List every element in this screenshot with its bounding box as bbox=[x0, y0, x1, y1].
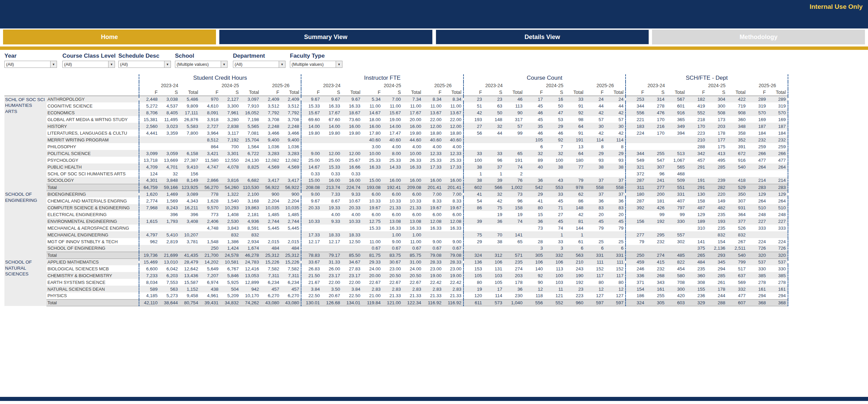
value-cell[interactable]: 6,682 bbox=[240, 177, 261, 184]
value-cell[interactable]: 342 bbox=[687, 150, 707, 157]
value-cell[interactable]: 551 bbox=[666, 184, 687, 191]
value-cell[interactable]: 57 bbox=[504, 123, 524, 130]
value-cell[interactable]: 210 bbox=[565, 258, 585, 265]
value-cell[interactable]: 148 bbox=[565, 204, 585, 211]
value-cell[interactable]: 1,540 bbox=[220, 197, 240, 204]
value-cell[interactable]: 4.00 bbox=[423, 143, 443, 150]
value-cell[interactable]: 64 bbox=[565, 150, 585, 157]
value-cell[interactable]: 319 bbox=[747, 102, 768, 109]
value-cell[interactable]: 601 bbox=[666, 102, 687, 109]
value-cell[interactable]: 319 bbox=[768, 102, 788, 109]
value-cell[interactable]: 192 bbox=[646, 218, 666, 225]
value-cell[interactable]: 81.75 bbox=[362, 252, 382, 258]
value-cell[interactable]: 708 bbox=[666, 279, 687, 286]
value-cell[interactable] bbox=[159, 225, 180, 231]
value-cell[interactable]: 158 bbox=[504, 204, 524, 211]
value-cell[interactable]: 495 bbox=[707, 157, 727, 163]
value-cell[interactable]: 3,466 bbox=[261, 130, 281, 136]
value-cell[interactable]: 375 bbox=[687, 245, 707, 252]
value-cell[interactable]: 15.67 bbox=[301, 109, 321, 116]
value-cell[interactable] bbox=[605, 231, 626, 238]
value-cell[interactable]: 6 bbox=[524, 143, 545, 150]
value-cell[interactable] bbox=[180, 136, 200, 143]
value-cell[interactable]: 5,273 bbox=[159, 292, 180, 299]
value-cell[interactable] bbox=[301, 225, 321, 231]
value-cell[interactable]: 28.33 bbox=[423, 258, 443, 265]
value-cell[interactable]: 39,431 bbox=[200, 299, 220, 306]
value-cell[interactable]: 719 bbox=[727, 102, 747, 109]
value-cell[interactable]: 131 bbox=[484, 265, 504, 272]
chevron-down-icon[interactable]: ▼ bbox=[336, 61, 342, 68]
value-cell[interactable]: 13.08 bbox=[402, 218, 423, 225]
value-cell[interactable]: 3,099 bbox=[139, 150, 159, 157]
value-cell[interactable]: 64,759 bbox=[139, 184, 159, 191]
value-cell[interactable]: 7,553 bbox=[159, 279, 180, 286]
value-cell[interactable]: 726 bbox=[747, 245, 768, 252]
value-cell[interactable]: 45 bbox=[524, 102, 545, 109]
value-cell[interactable]: 510 bbox=[768, 204, 788, 211]
value-cell[interactable]: 942 bbox=[240, 286, 261, 292]
value-cell[interactable]: 29 bbox=[463, 238, 484, 245]
chevron-down-icon[interactable]: ▼ bbox=[50, 61, 57, 68]
value-cell[interactable]: 364 bbox=[727, 211, 747, 218]
value-cell[interactable] bbox=[301, 211, 321, 218]
value-cell[interactable] bbox=[585, 170, 606, 177]
value-cell[interactable]: 22.50 bbox=[342, 292, 362, 299]
value-cell[interactable]: 350 bbox=[727, 191, 747, 197]
value-cell[interactable]: 17.33 bbox=[423, 163, 443, 170]
value-cell[interactable]: 9.00 bbox=[443, 238, 463, 245]
value-cell[interactable]: 10,035 bbox=[261, 204, 281, 211]
value-cell[interactable]: 77 bbox=[565, 163, 585, 170]
value-cell[interactable]: 2.83 bbox=[362, 286, 382, 292]
value-cell[interactable]: 26.33 bbox=[402, 157, 423, 163]
value-cell[interactable]: 12.33 bbox=[443, 150, 463, 157]
value-cell[interactable]: 797 bbox=[666, 204, 687, 211]
value-cell[interactable]: 13 bbox=[565, 143, 585, 150]
value-cell[interactable]: 45 bbox=[524, 116, 545, 123]
value-cell[interactable]: 6,270 bbox=[261, 292, 281, 299]
chevron-down-icon[interactable]: ▼ bbox=[108, 61, 115, 68]
value-cell[interactable]: 566 bbox=[484, 184, 504, 191]
value-cell[interactable]: 12,550 bbox=[220, 157, 240, 163]
value-cell[interactable]: 6,234 bbox=[261, 279, 281, 286]
value-cell[interactable]: 4,797 bbox=[139, 231, 159, 238]
value-cell[interactable]: 264 bbox=[747, 163, 768, 170]
value-cell[interactable]: 4,185 bbox=[139, 292, 159, 299]
value-cell[interactable]: 2.83 bbox=[443, 286, 463, 292]
value-cell[interactable]: 304 bbox=[707, 96, 727, 102]
value-cell[interactable]: 16.00 bbox=[362, 123, 382, 130]
value-cell[interactable]: 970 bbox=[200, 96, 220, 102]
value-cell[interactable]: 32 bbox=[159, 170, 180, 177]
value-cell[interactable]: 358 bbox=[727, 130, 747, 136]
value-cell[interactable]: 27.83 bbox=[342, 265, 362, 272]
value-cell[interactable]: 916 bbox=[727, 157, 747, 163]
value-cell[interactable]: 14.67 bbox=[362, 109, 382, 116]
value-cell[interactable]: 7.00 bbox=[382, 96, 403, 102]
value-cell[interactable]: 38 bbox=[463, 163, 484, 170]
value-cell[interactable]: 235 bbox=[504, 258, 524, 265]
value-cell[interactable]: 330 bbox=[747, 265, 768, 272]
value-cell[interactable]: 1,485 bbox=[281, 211, 301, 218]
value-cell[interactable]: 457 bbox=[261, 286, 281, 292]
value-cell[interactable]: 12.00 bbox=[321, 150, 342, 157]
value-cell[interactable]: 230 bbox=[504, 292, 524, 299]
value-cell[interactable]: 50 bbox=[484, 109, 504, 116]
value-cell[interactable] bbox=[159, 143, 180, 150]
value-cell[interactable]: 700 bbox=[220, 143, 240, 150]
value-cell[interactable]: 103 bbox=[484, 272, 504, 279]
value-cell[interactable]: 18.67 bbox=[342, 109, 362, 116]
value-cell[interactable]: 482 bbox=[707, 204, 727, 211]
value-cell[interactable]: 203 bbox=[504, 272, 524, 279]
value-cell[interactable]: 20 bbox=[585, 211, 606, 218]
value-cell[interactable]: 11.00 bbox=[382, 102, 403, 109]
value-cell[interactable]: 420 bbox=[666, 292, 687, 299]
value-cell[interactable]: 193.08 bbox=[362, 184, 382, 191]
value-cell[interactable]: 54,260 bbox=[220, 184, 240, 191]
value-cell[interactable]: 121.00 bbox=[382, 299, 403, 306]
value-cell[interactable]: 21.33 bbox=[423, 292, 443, 299]
value-cell[interactable]: 111 bbox=[605, 258, 626, 265]
value-cell[interactable]: 331 bbox=[585, 252, 606, 258]
value-cell[interactable]: 1,628 bbox=[200, 197, 220, 204]
value-cell[interactable]: 105 bbox=[524, 136, 545, 143]
value-cell[interactable]: 16.33 bbox=[443, 225, 463, 231]
